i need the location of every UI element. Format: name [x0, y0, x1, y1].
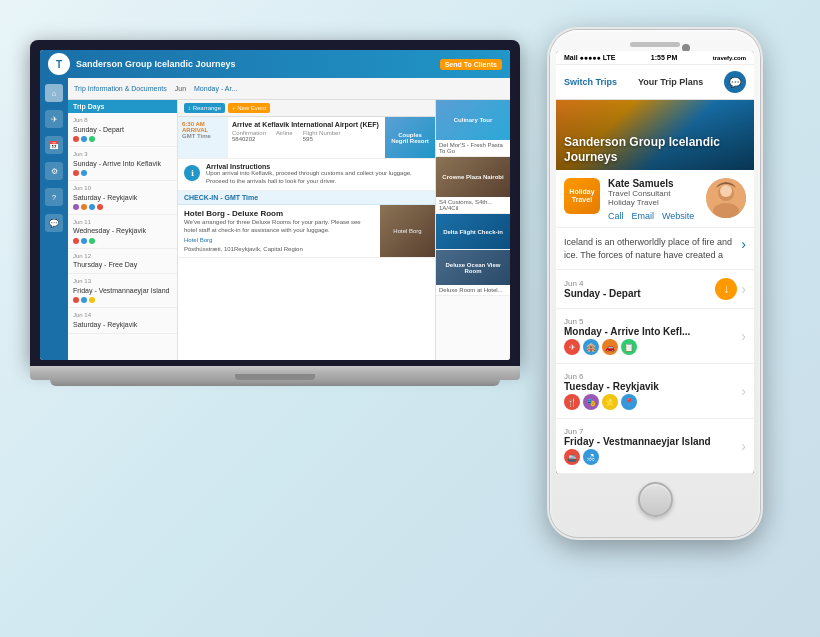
- agent-logo: HolidayTravel: [564, 178, 600, 214]
- itin-content-1: Jun 4 Sunday - Depart: [564, 279, 715, 299]
- deluxe-room-img: Deluxe Ocean View Room: [436, 250, 510, 285]
- itin-content-4: Jun 7 Friday - Vestmannaeyjar Island 🚢 🏖: [564, 427, 737, 465]
- nav-item-7[interactable]: Jun 14 Saturday - Reykjavik: [68, 308, 177, 334]
- rearrange-btn[interactable]: ↕ Rearrange: [184, 103, 225, 113]
- airline-detail: Airline: [276, 130, 293, 142]
- crowne-plaza-img: Crowne Plaza Nairobi: [436, 157, 510, 197]
- dot: [97, 204, 103, 210]
- trip-title: Sanderson Group Icelandic Journeys: [76, 59, 434, 69]
- settings-icon[interactable]: ⚙: [45, 162, 63, 180]
- nav-item-4[interactable]: Jun 11 Wednesday - Reykjavik: [68, 215, 177, 249]
- itin-icons-2: ✈ 🏨 🚗 📋: [564, 339, 737, 355]
- calendar-icon[interactable]: 📅: [45, 136, 63, 154]
- logo-line1: HolidayTravel: [569, 188, 594, 203]
- agent-avatar: [706, 178, 746, 218]
- nav-day-2: Sunday - Arrive Into Keflavik: [73, 159, 172, 168]
- call-btn[interactable]: Call: [608, 211, 624, 221]
- send-to-clients-btn[interactable]: Send To Clients: [440, 59, 502, 70]
- itin-day-2: Monday - Arrive Into Kefl...: [564, 326, 737, 337]
- timezone: GMT Time: [182, 133, 224, 139]
- event-title: Arrive at Keflavik International Airport…: [232, 121, 381, 128]
- nav-item-5[interactable]: Jun 12 Thursday - Free Day: [68, 249, 177, 275]
- arrival-time: 6:30 AM ARRIVAL: [182, 121, 224, 133]
- description-text: Iceland is an otherworldly place of fire…: [564, 236, 746, 261]
- download-icon-1[interactable]: ↓: [715, 278, 737, 300]
- nav-date-7: Jun 14: [73, 312, 172, 320]
- dot-blue: 📍: [621, 394, 637, 410]
- nav-date-5: Jun 12: [73, 253, 172, 261]
- home-icon[interactable]: ⌂: [45, 84, 63, 102]
- instructions-title: Arrival Instructions: [206, 163, 429, 170]
- dot: [89, 136, 95, 142]
- phone-navbar: Switch Trips Your Trip Plans 💬: [556, 65, 754, 100]
- right-item-1: Culinary Tour Del Mor'S - Fresh Pasta To…: [436, 100, 510, 157]
- nav-item-3[interactable]: Jun 10 Saturday - Reykjavik: [68, 181, 177, 215]
- itin-item-3[interactable]: Jun 6 Tuesday - Reykjavik 🍴 🎭 ⭐ 📍 ›: [556, 364, 754, 419]
- laptop-base: [30, 366, 520, 380]
- nav-day-1: Sunday - Depart: [73, 125, 172, 134]
- laptop-subbar: Trip Information & Documents Jun Monday …: [68, 78, 510, 100]
- hero-title: Sanderson Group Icelandic Journeys: [564, 135, 746, 164]
- map-icon[interactable]: ✈: [45, 110, 63, 128]
- nav-panel: Trip Days Jun 8 Sunday - Depart: [68, 100, 178, 360]
- arrival-event: 6:30 AM ARRIVAL GMT Time Arrive at Kefla…: [178, 117, 435, 159]
- dot: [73, 297, 79, 303]
- laptop: T Sanderson Group Icelandic Journeys Sen…: [30, 40, 520, 386]
- info-icon: ℹ: [184, 165, 200, 181]
- itin-day-3: Tuesday - Reykjavik: [564, 381, 737, 392]
- chevron-right-2: ›: [741, 328, 746, 344]
- dot: [73, 136, 79, 142]
- itin-date-4: Jun 7: [564, 427, 737, 436]
- dot: [89, 297, 95, 303]
- dot: [81, 238, 87, 244]
- nav-day-3: Saturday - Reykjavik: [73, 193, 172, 202]
- agent-name: Kate Samuels: [608, 178, 698, 189]
- laptop-main: Trip Information & Documents Jun Monday …: [68, 78, 510, 360]
- actions-bar: ↕ Rearrange + New Event: [178, 100, 435, 117]
- new-event-btn[interactable]: + New Event: [228, 103, 270, 113]
- nav-day-6: Friday - Vestmannaeyjar Island: [73, 286, 172, 295]
- itin-date-1: Jun 4: [564, 279, 715, 288]
- chat-nav-icon[interactable]: 💬: [724, 71, 746, 93]
- phone-screen: Mail ●●●●● LTE 1:55 PM travefy.com Switc…: [556, 51, 754, 474]
- instructions-text: Upon arrival into Keflavik, proceed thro…: [206, 170, 429, 186]
- home-button[interactable]: [638, 482, 673, 517]
- website-btn[interactable]: Website: [662, 211, 694, 221]
- laptop-topbar: T Sanderson Group Icelandic Journeys Sen…: [40, 50, 510, 78]
- hotel-block: Hotel Borg - Deluxe Room We've arranged …: [178, 205, 435, 259]
- instructions-block: ℹ Arrival Instructions Upon arrival into…: [178, 159, 435, 191]
- itin-item-4[interactable]: Jun 7 Friday - Vestmannaeyjar Island 🚢 🏖…: [556, 419, 754, 474]
- right-panel: Culinary Tour Del Mor'S - Fresh Pasta To…: [435, 100, 510, 360]
- dot-green: 📋: [621, 339, 637, 355]
- email-btn[interactable]: Email: [632, 211, 655, 221]
- chevron-right-1: ›: [741, 281, 746, 297]
- trip-info-link[interactable]: Trip Information & Documents: [74, 85, 167, 92]
- itin-item-2[interactable]: Jun 5 Monday - Arrive Into Kefl... ✈ 🏨 🚗…: [556, 309, 754, 364]
- nav-item-2[interactable]: Jun 3 Sunday - Arrive Into Keflavik: [68, 147, 177, 181]
- phone: Mail ●●●●● LTE 1:55 PM travefy.com Switc…: [550, 30, 760, 537]
- nav-dots-2: [73, 170, 172, 176]
- your-trip-plans-label: Your Trip Plans: [617, 77, 724, 87]
- nav-item-6[interactable]: Jun 13 Friday - Vestmannaeyjar Island: [68, 274, 177, 308]
- hotel-addr: Hotel Borg: [184, 236, 374, 244]
- itin-item-1[interactable]: Jun 4 Sunday - Depart ↓ ›: [556, 270, 754, 309]
- checkin-bar: CHECK-IN - GMT Time: [178, 191, 435, 205]
- right-item-4: Deluxe Ocean View Room Deluxe Room at Ho…: [436, 250, 510, 296]
- event-thumbnail: Couples Negril Resort: [385, 117, 435, 158]
- itin-day-4: Friday - Vestmannaeyjar Island: [564, 436, 737, 447]
- nav-day-4: Wednesday - Reykjavik: [73, 226, 172, 235]
- hotel-image: Hotel Borg: [380, 205, 435, 258]
- switch-trips-btn[interactable]: Switch Trips: [564, 77, 617, 87]
- app-logo: T: [48, 53, 70, 75]
- help-icon[interactable]: ?: [45, 188, 63, 206]
- chat-icon[interactable]: 💬: [45, 214, 63, 232]
- dot: [73, 204, 79, 210]
- phone-speaker: [630, 42, 680, 47]
- dot-red: 🍴: [564, 394, 580, 410]
- power-btn[interactable]: [760, 130, 763, 170]
- nav-item-1[interactable]: Jun 8 Sunday - Depart: [68, 113, 177, 147]
- view-label[interactable]: Monday - Ar...: [194, 85, 237, 92]
- itin-date-2: Jun 5: [564, 317, 737, 326]
- nav-date-2: Jun 3: [73, 151, 172, 159]
- flight-detail: Flight Number 595: [303, 130, 341, 142]
